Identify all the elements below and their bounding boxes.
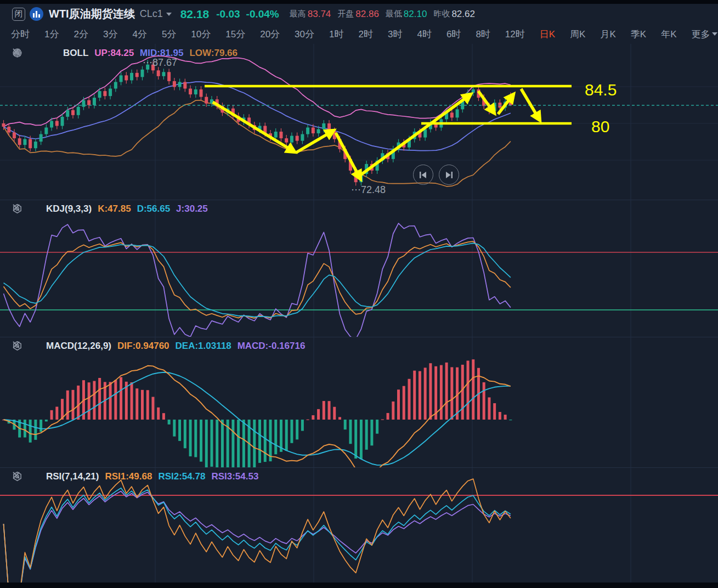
timeframe-tab-更多[interactable]: 更多 <box>691 28 717 41</box>
macd-chart-canvas[interactable] <box>0 337 718 467</box>
price-change: -0.03 <box>216 8 240 20</box>
rsi-chart-canvas[interactable] <box>0 467 718 583</box>
indicator-settings-icon[interactable] <box>29 203 40 214</box>
timeframe-tabs: 分时1分2分3分4分5分10分15分20分30分1时2时3时4时6时8时12时日… <box>0 24 718 44</box>
timeframe-tab-10分[interactable]: 10分 <box>191 28 211 41</box>
indicator-settings-icon[interactable] <box>29 341 40 352</box>
indicator-value: J:30.25 <box>176 203 208 214</box>
timeframe-tab-8时[interactable]: 8时 <box>476 28 490 41</box>
candlestick-chart-canvas[interactable]: ⋯87.67⋯72.4884.580 <box>0 44 718 200</box>
symbol-title: WTI原油期货连续 <box>49 7 135 21</box>
eye-target-icon[interactable] <box>46 48 57 59</box>
stat-label: 最低 <box>386 9 402 19</box>
indicator-title: BOLL <box>63 48 88 59</box>
indicator-value: K:47.85 <box>98 203 131 214</box>
kdj-indicator-header: KDJ(9,3,3) K:47.85D:56.65J:30.25 <box>12 203 208 214</box>
stat-value: 82.10 <box>404 9 427 20</box>
close-window-icon[interactable]: 闭 <box>12 8 25 21</box>
last-price: 82.18 <box>180 8 210 21</box>
svg-text:80: 80 <box>591 117 609 135</box>
timeframe-tab-1分[interactable]: 1分 <box>44 28 59 41</box>
timeframe-tab-4时[interactable]: 4时 <box>417 28 431 41</box>
macd-panel: MACD(12,26,9) DIF:0.94760DEA:1.03118MACD… <box>0 337 718 467</box>
timeframe-tab-2分[interactable]: 2分 <box>74 28 88 41</box>
timeframe-tab-季K[interactable]: 季K <box>631 28 646 41</box>
timeframe-tab-4分[interactable]: 4分 <box>132 28 146 41</box>
timeframe-tab-月K[interactable]: 月K <box>600 28 615 41</box>
gear-icon[interactable] <box>29 48 40 59</box>
timeframe-tab-分时[interactable]: 分时 <box>11 28 30 41</box>
timeframe-tab-周K[interactable]: 周K <box>570 28 585 41</box>
stat-value: 83.74 <box>308 9 331 20</box>
stat-label: 最高 <box>290 9 306 19</box>
indicator-title: MACD(12,26,9) <box>46 341 111 352</box>
stat-value: 82.62 <box>451 9 475 20</box>
indicator-settings-icon[interactable] <box>29 471 40 482</box>
timeframe-tab-2时[interactable]: 2时 <box>359 28 373 41</box>
trading-app-window: 闭 WTI原油期货连续 CLc1 82.18 -0.03 -0.04% 最高83… <box>0 0 718 588</box>
svg-text:⋯72.48: ⋯72.48 <box>351 184 386 195</box>
kdj-chart-canvas[interactable] <box>0 200 718 337</box>
indicator-title: RSI(7,14,21) <box>46 471 99 482</box>
timeframe-tab-3时[interactable]: 3时 <box>388 28 402 41</box>
symbol-header: 闭 WTI原油期货连续 CLc1 82.18 -0.03 -0.04% 最高83… <box>0 4 718 24</box>
daily-stats: 最高83.74开盘82.86最低82.10昨收82.62 <box>290 9 482 20</box>
indicator-value: DIF:0.94760 <box>117 341 169 352</box>
timeframe-tab-12时[interactable]: 12时 <box>505 28 525 41</box>
timeframe-tab-6时[interactable]: 6时 <box>446 28 461 41</box>
indicator-value: D:56.65 <box>137 203 170 214</box>
skip-to-start-button[interactable] <box>413 165 433 185</box>
indicator-values: K:47.85D:56.65J:30.25 <box>98 203 208 214</box>
indicator-values: DIF:0.94760DEA:1.03118MACD:-0.16716 <box>117 341 305 352</box>
macd-indicator-header: MACD(12,26,9) DIF:0.94760DEA:1.03118MACD… <box>12 341 305 352</box>
timeframe-tab-1时[interactable]: 1时 <box>329 28 343 41</box>
indicator-value: MACD:-0.16716 <box>238 341 306 352</box>
timeframe-tab-年K[interactable]: 年K <box>661 28 676 41</box>
boll-indicator-header: BOLL UP:84.25MID:81.95LOW:79.66 <box>12 48 238 59</box>
timeframe-tab-15分[interactable]: 15分 <box>225 28 245 41</box>
timeframe-tab-5分[interactable]: 5分 <box>162 28 176 41</box>
indicator-value: RSI2:54.78 <box>158 471 205 482</box>
timeframe-tab-日K[interactable]: 日K <box>540 28 555 41</box>
kdj-panel: KDJ(9,3,3) K:47.85D:56.65J:30.25 <box>0 200 718 337</box>
svg-text:⋯87.67: ⋯87.67 <box>143 57 177 68</box>
rsi-indicator-header: RSI(7,14,21) RSI1:49.68RSI2:54.78RSI3:54… <box>12 471 258 482</box>
svg-text:84.5: 84.5 <box>585 81 617 99</box>
stat-value: 82.86 <box>355 9 379 20</box>
stat-label: 开盘 <box>337 9 354 19</box>
indicator-value: RSI3:54.53 <box>211 471 258 482</box>
indicator-value: MID:81.95 <box>140 48 183 59</box>
indicator-title: KDJ(9,3,3) <box>46 203 92 214</box>
indicator-values: UP:84.25MID:81.95LOW:79.66 <box>94 48 238 59</box>
chart-app-icon[interactable] <box>30 7 43 21</box>
window-bottom-strip <box>0 583 718 588</box>
main-chart-panel: ⋯87.67⋯72.4884.580 BOLL UP:84.25MID:81.9… <box>0 44 718 200</box>
caret-down-icon <box>712 32 717 36</box>
window-top-strip <box>0 0 718 4</box>
timeframe-tab-30分[interactable]: 30分 <box>295 28 314 41</box>
indicator-value: DEA:1.03118 <box>176 341 231 352</box>
indicator-value: LOW:79.66 <box>189 48 238 59</box>
indicator-value: RSI1:49.68 <box>105 471 152 482</box>
timeframe-tab-3分[interactable]: 3分 <box>103 28 117 41</box>
symbol-caret-down-icon[interactable] <box>166 13 172 16</box>
rsi-panel: RSI(7,14,21) RSI1:49.68RSI2:54.78RSI3:54… <box>0 467 718 583</box>
price-change-percent: -0.04% <box>246 8 279 20</box>
indicator-values: RSI1:49.68RSI2:54.78RSI3:54.53 <box>105 471 258 482</box>
symbol-code: CLc1 <box>140 8 163 20</box>
timeframe-tab-20分[interactable]: 20分 <box>260 28 280 41</box>
indicator-value: UP:84.25 <box>94 48 134 59</box>
skip-to-end-button[interactable] <box>439 165 459 185</box>
stat-label: 昨收 <box>433 9 450 19</box>
